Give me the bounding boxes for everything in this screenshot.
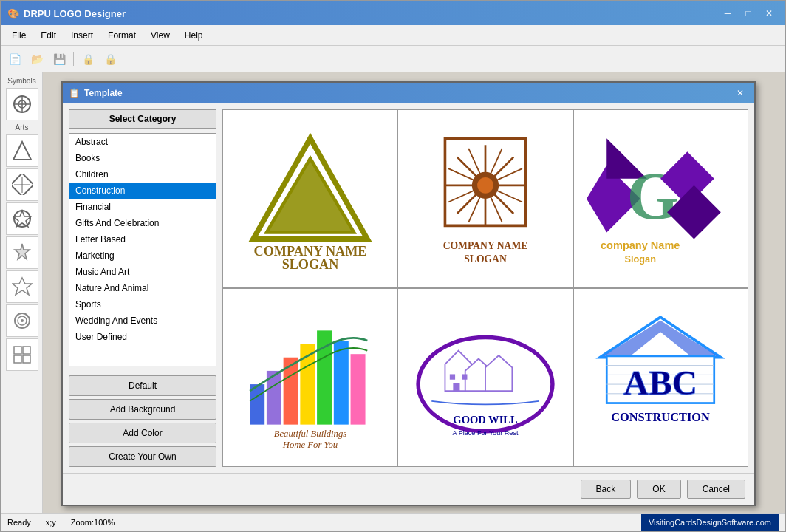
status-brand: VisitingCardsDesignSoftware.com bbox=[641, 514, 779, 531]
title-bar: 🎨 DRPU LOGO Designer ─ □ ✕ bbox=[1, 1, 785, 25]
sidebar-arts-5[interactable] bbox=[6, 270, 38, 303]
svg-text:A Place For Your Rest: A Place For Your Rest bbox=[453, 429, 519, 437]
sidebar-arts-2[interactable] bbox=[6, 168, 38, 201]
template-dialog: 📋 Template ✕ Select Category Abstract Bo… bbox=[61, 81, 756, 506]
menu-insert[interactable]: Insert bbox=[64, 27, 100, 44]
status-bar: Ready x;y Zoom:100% VisitingCardsDesignS… bbox=[1, 513, 785, 531]
toolbar: 📄 📂 💾 🔒 🔒 bbox=[1, 46, 785, 72]
svg-text:COMPANY NAME: COMPANY NAME bbox=[253, 244, 366, 259]
template-4[interactable]: Beautiful Buildings Home For You bbox=[223, 289, 397, 466]
svg-rect-57 bbox=[462, 374, 467, 379]
category-music[interactable]: Music And Art bbox=[69, 264, 216, 280]
svg-text:SLOGAN: SLOGAN bbox=[464, 253, 507, 265]
svg-marker-55 bbox=[485, 355, 512, 391]
svg-text:Home For You: Home For You bbox=[281, 440, 337, 450]
svg-rect-18 bbox=[23, 355, 30, 363]
template-grid: COMPANY NAME SLOGAN bbox=[222, 109, 748, 467]
sidebar-arts-6[interactable] bbox=[6, 304, 38, 337]
category-list: Abstract Books Children Construction Fin… bbox=[69, 133, 216, 366]
template-2[interactable]: COMPANY NAME SLOGAN bbox=[398, 110, 572, 287]
save-button[interactable]: 💾 bbox=[49, 50, 69, 69]
svg-point-32 bbox=[477, 177, 493, 194]
category-books[interactable]: Books bbox=[69, 150, 216, 166]
app-title: DRPU LOGO Designer bbox=[24, 8, 126, 19]
menu-file[interactable]: File bbox=[4, 27, 33, 44]
add-background-button[interactable]: Add Background bbox=[69, 399, 216, 420]
svg-text:company Name: company Name bbox=[601, 239, 680, 251]
menu-edit[interactable]: Edit bbox=[33, 27, 64, 44]
menu-bar: File Edit Insert Format View Help bbox=[1, 25, 785, 46]
category-panel: Select Category Abstract Books Children … bbox=[69, 109, 216, 467]
left-sidebar: Symbols Arts bbox=[1, 72, 43, 513]
svg-rect-56 bbox=[450, 374, 455, 379]
new-button[interactable]: 📄 bbox=[4, 50, 25, 69]
sidebar-arts-7[interactable] bbox=[6, 338, 38, 371]
dialog-title-bar: 📋 Template ✕ bbox=[63, 83, 754, 103]
symbols-label: Symbols bbox=[7, 75, 35, 86]
lock-right-button[interactable]: 🔒 bbox=[100, 50, 120, 69]
template-3[interactable]: G company Name Slogan bbox=[574, 110, 748, 287]
svg-rect-58 bbox=[453, 383, 459, 391]
create-your-own-button[interactable]: Create Your Own bbox=[69, 446, 216, 467]
category-financial[interactable]: Financial bbox=[69, 199, 216, 215]
ok-button[interactable]: OK bbox=[637, 480, 680, 499]
menu-format[interactable]: Format bbox=[100, 27, 143, 44]
dialog-title-icon: 📋 bbox=[69, 88, 80, 98]
menu-help[interactable]: Help bbox=[177, 27, 211, 44]
category-children[interactable]: Children bbox=[69, 166, 216, 183]
action-buttons: Default Add Background Add Color Create … bbox=[69, 375, 216, 467]
template-1[interactable]: COMPANY NAME SLOGAN bbox=[223, 110, 397, 287]
template-5[interactable]: GOOD WILL A Place For Your Rest bbox=[398, 289, 572, 466]
status-ready: Ready bbox=[7, 518, 31, 527]
cancel-button[interactable]: Cancel bbox=[687, 480, 745, 499]
arts-label: Arts bbox=[16, 122, 29, 133]
lock-left-button[interactable]: 🔒 bbox=[78, 50, 98, 69]
category-user-defined[interactable]: User Defined bbox=[69, 329, 216, 345]
maximize-button[interactable]: □ bbox=[739, 5, 758, 21]
svg-rect-17 bbox=[14, 355, 21, 363]
menu-view[interactable]: View bbox=[143, 27, 177, 44]
svg-point-14 bbox=[21, 319, 24, 322]
sidebar-arts-4[interactable] bbox=[6, 236, 38, 269]
svg-text:SLOGAN: SLOGAN bbox=[281, 257, 338, 272]
dialog-title-text: Template bbox=[84, 88, 123, 98]
svg-marker-4 bbox=[13, 142, 31, 160]
select-category-button[interactable]: Select Category bbox=[69, 109, 216, 129]
default-button[interactable]: Default bbox=[69, 375, 216, 396]
sidebar-arts-1[interactable] bbox=[6, 134, 38, 167]
category-sports[interactable]: Sports bbox=[69, 296, 216, 313]
open-button[interactable]: 📂 bbox=[27, 50, 47, 69]
svg-text:COMPANY NAME: COMPANY NAME bbox=[443, 240, 528, 251]
dialog-close-button[interactable]: ✕ bbox=[732, 86, 748, 100]
svg-text:Slogan: Slogan bbox=[625, 253, 656, 265]
category-wedding[interactable]: Wedding And Events bbox=[69, 313, 216, 329]
right-panel bbox=[774, 72, 785, 513]
category-gifts[interactable]: Gifts And Celebration bbox=[69, 215, 216, 231]
category-construction[interactable]: Construction bbox=[69, 183, 216, 199]
category-abstract[interactable]: Abstract bbox=[69, 134, 216, 150]
svg-text:GOOD WILL: GOOD WILL bbox=[453, 414, 518, 426]
app-icon: 🎨 bbox=[7, 8, 19, 19]
template-6[interactable]: ABC CONSTRUCTION bbox=[574, 289, 748, 466]
svg-marker-10 bbox=[15, 244, 30, 259]
category-nature[interactable]: Nature And Animal bbox=[69, 280, 216, 296]
svg-rect-49 bbox=[350, 354, 365, 424]
status-zoom: Zoom:100% bbox=[71, 518, 115, 527]
category-marketing[interactable]: Marketing bbox=[69, 248, 216, 264]
svg-text:CONSTRUCTION: CONSTRUCTION bbox=[612, 410, 711, 424]
svg-marker-11 bbox=[13, 278, 32, 295]
dialog-footer: Back OK Cancel bbox=[63, 473, 754, 505]
sidebar-symbol-1[interactable] bbox=[6, 88, 38, 120]
svg-rect-15 bbox=[14, 347, 21, 354]
close-button[interactable]: ✕ bbox=[759, 5, 779, 21]
category-letter-based[interactable]: Letter Based bbox=[69, 231, 216, 248]
sidebar-arts-3[interactable] bbox=[6, 202, 38, 235]
svg-text:ABC: ABC bbox=[623, 364, 697, 402]
status-position: x;y bbox=[46, 518, 56, 527]
minimize-button[interactable]: ─ bbox=[718, 5, 737, 21]
svg-text:Beautiful Buildings: Beautiful Buildings bbox=[273, 429, 346, 439]
svg-rect-16 bbox=[23, 347, 30, 354]
add-color-button[interactable]: Add Color bbox=[69, 423, 216, 443]
svg-rect-48 bbox=[333, 341, 348, 425]
back-button[interactable]: Back bbox=[581, 480, 632, 499]
